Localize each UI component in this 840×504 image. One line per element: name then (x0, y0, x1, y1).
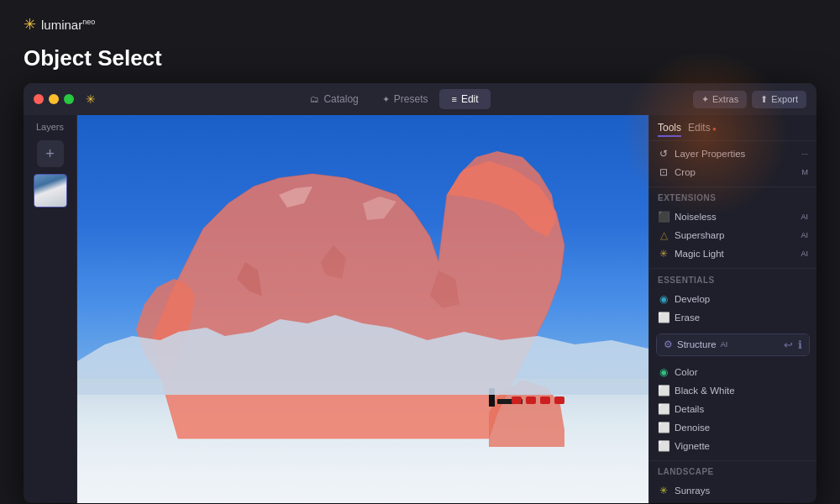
layer-properties-icon: ↺ (658, 148, 669, 160)
crop-item[interactable]: ⊡ Crop M (658, 163, 808, 181)
supersharp-label: Supersharp (675, 230, 795, 240)
crop-label: Crop (675, 167, 797, 177)
color-icon: ◉ (658, 366, 669, 378)
structure-header[interactable]: ⚙ Structure AI ↩ ℹ (657, 334, 809, 355)
extras-label: Extras (712, 94, 738, 104)
denoise-item[interactable]: ⬜ Denoise (658, 418, 808, 437)
vignette-label: Vignette (675, 441, 808, 451)
export-label: Export (771, 94, 798, 104)
essentials-section: ◉ Develop ⬜ Erase (649, 286, 816, 330)
vignette-icon: ⬜ (658, 440, 669, 452)
structure-title: ⚙ Structure AI (664, 339, 784, 350)
layer-properties-label: Layer Properties (675, 149, 796, 159)
main-content: Layers + (24, 115, 816, 503)
magic-light-icon: ✳ (658, 248, 669, 260)
edits-tab[interactable]: Edits ● (688, 122, 717, 137)
details-icon: ⬜ (658, 403, 669, 415)
noiseless-label: Noiseless (675, 212, 795, 222)
minimize-button[interactable] (49, 94, 59, 104)
structure-section: ⚙ Structure AI ↩ ℹ Adjustments Masking ◀ (656, 333, 810, 356)
crop-icon: ⊡ (658, 166, 669, 178)
details-label: Details (675, 404, 808, 414)
layer-properties-item[interactable]: ↺ Layer Properties ··· (658, 144, 808, 163)
background-mountains (77, 294, 648, 395)
layer-properties-badge: ··· (801, 150, 808, 158)
dog-4 (554, 396, 564, 404)
more-tools-section: ◉ Color ⬜ Black & White ⬜ Details ⬜ Deno… (649, 360, 816, 459)
image-canvas[interactable] (77, 115, 648, 503)
maximize-button[interactable] (64, 94, 74, 104)
extensions-section: ⬛ Noiseless AI △ Supersharp AI ✳ Magic L… (649, 204, 816, 266)
noiseless-item[interactable]: ⬛ Noiseless AI (658, 207, 808, 226)
luminar-star-icon: ✳ (86, 92, 96, 106)
right-panel: Tools Edits ● ↺ Layer Properties ··· ⊡ C… (648, 115, 816, 503)
bw-label: Black & White (675, 386, 808, 396)
top-bar: ✳ luminarneo (0, 0, 840, 40)
adj-mask-tabs: Adjustments Masking (657, 355, 809, 356)
window-controls: ✳ (34, 92, 96, 106)
erase-icon: ⬜ (658, 312, 669, 323)
sunrays-icon: ✳ (658, 485, 669, 496)
color-item[interactable]: ◉ Color (658, 363, 808, 381)
noiseless-badge: AI (801, 213, 808, 221)
layer-thumbnail[interactable] (34, 174, 67, 207)
supersharp-badge: AI (801, 231, 808, 239)
landscape-section: ✳ Sunrays (649, 478, 816, 503)
edit-icon: ≡ (451, 94, 456, 104)
supersharp-item[interactable]: △ Supersharp AI (658, 226, 808, 244)
tab-catalog-label: Catalog (323, 93, 358, 105)
details-item[interactable]: ⬜ Details (658, 400, 808, 418)
edits-dot: ● (711, 125, 717, 133)
structure-icon: ⚙ (664, 339, 673, 350)
supersharp-icon: △ (658, 229, 669, 241)
bw-icon: ⬜ (658, 385, 669, 396)
tab-presets[interactable]: ✦ Presets (370, 89, 440, 109)
sunrays-label: Sunrays (675, 486, 808, 496)
tab-edit-label: Edit (461, 93, 479, 105)
export-button[interactable]: ⬆ Export (752, 91, 806, 108)
info-icon[interactable]: ℹ (798, 339, 802, 351)
presets-icon: ✦ (382, 94, 390, 105)
title-bar-actions: ✦ Extras ⬆ Export (693, 91, 806, 108)
develop-item[interactable]: ◉ Develop (658, 290, 808, 308)
develop-label: Develop (675, 294, 808, 304)
tools-edits-tabs: Tools Edits ● (649, 115, 816, 141)
develop-icon: ◉ (658, 293, 669, 305)
nav-tabs: 🗂 Catalog ✦ Presets ≡ Edit (96, 89, 693, 109)
tools-tab[interactable]: Tools (658, 122, 681, 137)
extras-icon: ✦ (701, 94, 709, 105)
magic-light-item[interactable]: ✳ Magic Light AI (658, 244, 808, 263)
erase-item[interactable]: ⬜ Erase (658, 308, 808, 327)
tools-section: ↺ Layer Properties ··· ⊡ Crop M (649, 141, 816, 185)
layers-panel: Layers + (24, 115, 77, 503)
dog-3 (540, 396, 550, 404)
title-bar: ✳ 🗂 Catalog ✦ Presets ≡ Edit ✦ Extras ⬆ (24, 83, 816, 115)
app-window: ✳ 🗂 Catalog ✦ Presets ≡ Edit ✦ Extras ⬆ (24, 83, 816, 503)
magic-light-label: Magic Light (675, 249, 795, 259)
logo-text: luminarneo (41, 18, 95, 32)
catalog-icon: 🗂 (310, 94, 319, 104)
dog-1 (512, 396, 522, 404)
export-icon: ⬆ (760, 94, 768, 105)
noiseless-icon: ⬛ (658, 211, 669, 223)
close-button[interactable] (34, 94, 44, 104)
logo: ✳ luminarneo (24, 15, 95, 34)
page-title: Object Select (0, 40, 840, 83)
sunrays-item[interactable]: ✳ Sunrays (658, 481, 808, 500)
tab-catalog[interactable]: 🗂 Catalog (298, 89, 370, 109)
add-layer-button[interactable]: + (37, 140, 64, 167)
undo-icon[interactable]: ↩ (784, 339, 793, 351)
photo-scene (77, 115, 648, 503)
tab-presets-label: Presets (394, 93, 428, 105)
crop-badge: M (802, 168, 809, 176)
denoise-label: Denoise (675, 423, 808, 433)
denoise-icon: ⬜ (658, 422, 669, 433)
structure-label: Structure (677, 339, 717, 349)
extras-button[interactable]: ✦ Extras (693, 91, 747, 108)
erase-label: Erase (675, 312, 808, 323)
tab-edit[interactable]: ≡ Edit (439, 89, 490, 109)
landscape-header: Landscape (649, 462, 816, 478)
vignette-item[interactable]: ⬜ Vignette (658, 437, 808, 455)
color-label: Color (675, 367, 808, 377)
bw-item[interactable]: ⬜ Black & White (658, 381, 808, 400)
